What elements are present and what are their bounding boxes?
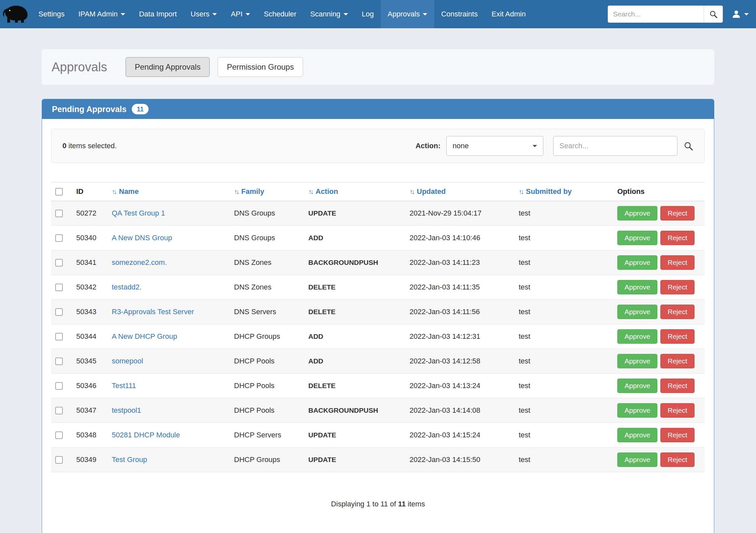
selected-items-info: 0 items selected. [63, 142, 117, 150]
approval-name-link[interactable]: A New DHCP Group [112, 332, 177, 340]
approve-button[interactable]: Approve [617, 255, 658, 270]
reject-button[interactable]: Reject [661, 428, 694, 442]
row-checkbox[interactable] [55, 259, 63, 267]
action-select[interactable]: none [446, 136, 543, 156]
cell-action: ADD [304, 324, 406, 349]
reject-button[interactable]: Reject [661, 305, 694, 319]
nav-item-scanning[interactable]: Scanning [303, 0, 355, 28]
row-checkbox[interactable] [55, 234, 63, 242]
approve-button[interactable]: Approve [617, 403, 658, 418]
approve-button[interactable]: Approve [617, 305, 658, 319]
sort-icon[interactable]: ↑↓ [410, 188, 414, 195]
approval-name-link[interactable]: QA Test Group 1 [112, 209, 165, 217]
sort-icon[interactable]: ↑↓ [112, 188, 116, 195]
column-header-action[interactable]: ↑↓Action [304, 182, 406, 201]
approval-name-link[interactable]: 50281 DHCP Module [112, 431, 180, 439]
column-header-updated[interactable]: ↑↓Updated [406, 182, 515, 201]
approve-button[interactable]: Approve [617, 280, 658, 294]
column-label: Submitted by [526, 187, 572, 196]
cell-options: ApproveReject [613, 349, 705, 374]
nav-item-label: Data Import [139, 10, 177, 18]
elephant-logo-icon [2, 4, 30, 25]
column-header-family[interactable]: ↑↓Family [230, 182, 304, 201]
cell-select [51, 398, 72, 423]
approve-button[interactable]: Approve [617, 428, 658, 442]
sort-icon[interactable]: ↑↓ [308, 188, 312, 195]
nav-item-label: Exit Admin [491, 10, 526, 18]
pending-approvals-panel: Pending Approvals 11 0 items selected. A… [42, 99, 714, 533]
row-checkbox[interactable] [55, 382, 63, 390]
chevron-down-icon [212, 13, 217, 15]
nav-item-users[interactable]: Users [184, 0, 224, 28]
sort-icon[interactable]: ↑↓ [234, 188, 238, 195]
approval-name-link[interactable]: R3-Approvals Test Server [112, 307, 194, 316]
column-header-name[interactable]: ↑↓Name [108, 182, 230, 201]
tab-pending-approvals[interactable]: Pending Approvals [125, 57, 210, 77]
column-header-submitted_by[interactable]: ↑↓Submitted by [515, 182, 613, 201]
summary-prefix: Displaying 1 to 11 of [331, 500, 398, 508]
nav-item-settings[interactable]: Settings [32, 0, 72, 28]
sort-icon[interactable]: ↑↓ [519, 188, 523, 195]
reject-button[interactable]: Reject [661, 354, 694, 368]
nav-item-ipam-admin[interactable]: IPAM Admin [72, 0, 132, 28]
approval-name-link[interactable]: Test111 [112, 382, 136, 390]
approve-button[interactable]: Approve [617, 354, 658, 368]
reject-button[interactable]: Reject [661, 280, 694, 294]
nav-item-log[interactable]: Log [355, 0, 381, 28]
cell-options: ApproveReject [613, 447, 705, 472]
approve-button[interactable]: Approve [617, 329, 658, 344]
reject-button[interactable]: Reject [661, 452, 694, 467]
reject-button[interactable]: Reject [661, 379, 694, 393]
nav-item-exit-admin[interactable]: Exit Admin [484, 0, 532, 28]
user-menu-button[interactable] [731, 9, 749, 19]
tab-permission-groups[interactable]: Permission Groups [218, 57, 303, 77]
nav-item-constraints[interactable]: Constraints [434, 0, 484, 28]
nav-item-data-import[interactable]: Data Import [132, 0, 184, 28]
cell-action: DELETE [304, 374, 406, 398]
approval-name-link[interactable]: A New DNS Group [112, 234, 172, 242]
approval-name-link[interactable]: somepool [112, 357, 143, 365]
phpipam-logo[interactable] [0, 0, 32, 28]
cell-id: 50349 [72, 447, 108, 472]
reject-button[interactable]: Reject [661, 329, 694, 344]
table-search-input[interactable] [553, 136, 677, 156]
approval-name-link[interactable]: Test Group [112, 455, 147, 464]
nav-item-approvals[interactable]: Approvals [381, 0, 434, 28]
row-checkbox[interactable] [55, 358, 63, 365]
row-checkbox[interactable] [55, 333, 63, 340]
reject-button[interactable]: Reject [661, 231, 694, 245]
cell-submitted-by: test [515, 423, 613, 447]
approval-name-link[interactable]: testadd2. [112, 283, 142, 291]
row-checkbox[interactable] [55, 308, 63, 316]
reject-button[interactable]: Reject [661, 255, 694, 270]
cell-name: Test Group [108, 447, 230, 472]
approve-button[interactable]: Approve [617, 452, 658, 467]
cell-select [51, 374, 72, 398]
table-search-button[interactable] [683, 141, 693, 151]
nav-item-scheduler[interactable]: Scheduler [257, 0, 303, 28]
approve-button[interactable]: Approve [617, 231, 658, 245]
row-checkbox[interactable] [55, 456, 63, 464]
approve-button[interactable]: Approve [617, 379, 658, 393]
row-checkbox[interactable] [55, 210, 63, 217]
cell-name: Test111 [108, 374, 230, 398]
chevron-down-icon [246, 13, 250, 15]
navbar-search-button[interactable] [704, 6, 723, 23]
row-checkbox[interactable] [55, 407, 63, 414]
row-checkbox[interactable] [55, 283, 63, 291]
approval-name-link[interactable]: testpool1 [112, 406, 141, 414]
reject-button[interactable]: Reject [661, 206, 694, 221]
row-checkbox[interactable] [55, 432, 63, 439]
cell-select [51, 349, 72, 374]
nav-item-label: Log [362, 10, 374, 18]
cell-options: ApproveReject [613, 201, 705, 226]
cell-submitted-by: test [515, 300, 613, 324]
navbar-search-input[interactable] [608, 6, 704, 23]
reject-button[interactable]: Reject [661, 403, 694, 418]
approval-name-link[interactable]: somezone2.com. [112, 258, 167, 267]
table-row: 50343R3-Approvals Test ServerDNS Servers… [51, 300, 705, 324]
nav-item-api[interactable]: API [224, 0, 257, 28]
approve-button[interactable]: Approve [617, 206, 658, 221]
cell-submitted-by: test [515, 251, 613, 275]
select-all-checkbox[interactable] [55, 188, 63, 196]
